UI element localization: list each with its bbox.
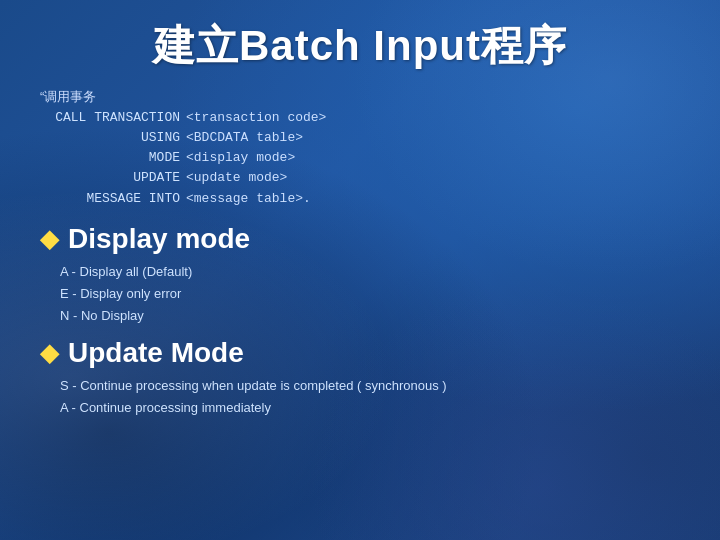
code-value-2: <BDCDATA table> [186, 128, 303, 148]
update-item-a: A - Continue processing immediately [60, 397, 680, 419]
code-value-4: <update mode> [186, 168, 287, 188]
display-mode-label: Display mode [68, 223, 250, 255]
update-item-s: S - Continue processing when update is c… [60, 375, 680, 397]
bullet-icon-update: ◆ [40, 339, 58, 367]
code-keyword-3: MODE [40, 148, 180, 168]
code-keyword-2: USING [40, 128, 180, 148]
bullet-icon-display: ◆ [40, 225, 58, 253]
update-mode-heading: ◆ Update Mode [40, 337, 680, 369]
update-mode-items: S - Continue processing when update is c… [60, 375, 680, 419]
display-item-n: N - No Display [60, 305, 680, 327]
page-title: 建立Batch Input程序 [40, 18, 680, 74]
code-value-5: <message table>. [186, 189, 311, 209]
display-item-e: E - Display only error [60, 283, 680, 305]
code-value-3: <display mode> [186, 148, 295, 168]
display-mode-items: A - Display all (Default) E - Display on… [60, 261, 680, 327]
code-keyword-1: CALL TRANSACTION [40, 108, 180, 128]
code-value-1: <transaction code> [186, 108, 326, 128]
update-mode-label: Update Mode [68, 337, 244, 369]
code-block: CALL TRANSACTION <transaction code> USIN… [40, 108, 680, 209]
code-keyword-5: MESSAGE INTO [40, 189, 180, 209]
display-item-a: A - Display all (Default) [60, 261, 680, 283]
display-mode-heading: ◆ Display mode [40, 223, 680, 255]
subtitle-text: “调用事务 [40, 88, 680, 106]
code-keyword-4: UPDATE [40, 168, 180, 188]
